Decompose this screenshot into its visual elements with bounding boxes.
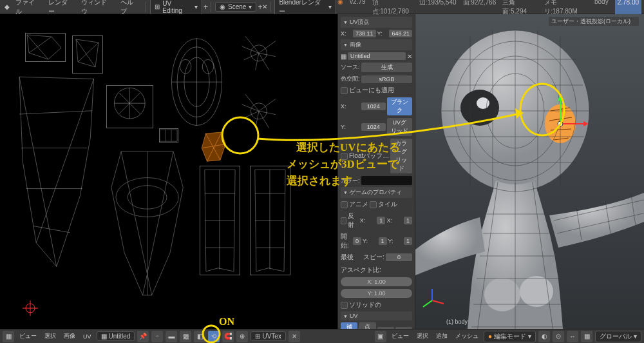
status-bar: ◉ v2.79 頂点:101/2,780 辺:193/5,540 面:92/2,… xyxy=(337,0,641,16)
snap-icon[interactable]: 🧲 xyxy=(222,331,234,342)
scene-icon: ◉ xyxy=(220,3,225,10)
sel-vert-icon[interactable]: ▫ xyxy=(151,331,163,342)
svg-point-50 xyxy=(558,121,563,126)
axis-gizmo-icon xyxy=(419,288,445,313)
scene-dropdown[interactable]: ◉ Scene ▾ xyxy=(215,2,256,12)
uv-menu-uv[interactable]: UV xyxy=(80,332,94,341)
pin-icon[interactable]: 📌 xyxy=(137,331,149,342)
editor-type-3d-icon[interactable]: ▣ xyxy=(375,331,386,342)
svg-point-36 xyxy=(520,276,553,307)
shading-icon[interactable]: ◐ xyxy=(538,331,550,342)
image-source-dropdown[interactable]: 生成 xyxy=(361,63,412,72)
tile-checkbox[interactable] xyxy=(370,201,377,208)
uv-menu-select[interactable]: 選択 xyxy=(42,331,59,342)
pivot-icon[interactable]: ⊙ xyxy=(553,331,564,342)
svg-line-9 xyxy=(36,79,93,242)
section-game-props[interactable]: ゲームのプロパティ xyxy=(341,187,412,198)
3d-viewport[interactable]: ユーザー・透視投影(ローカル) xyxy=(415,14,644,329)
blender-icon: ◆ xyxy=(3,3,12,12)
image-width-field[interactable]: 1024 xyxy=(361,103,386,110)
uv-vertex-y-field[interactable]: 648.21 xyxy=(389,30,412,37)
scene-add-button[interactable]: + xyxy=(258,3,262,12)
uv-texture-dropdown[interactable]: ⊞UVTex xyxy=(251,331,285,341)
annotation-on-label: ON xyxy=(219,316,234,328)
chevron-down-icon: ▾ xyxy=(194,3,198,10)
svg-point-3 xyxy=(180,59,191,74)
vp-menu-add[interactable]: 追加 xyxy=(433,331,450,342)
remove-icon[interactable]: ✕ xyxy=(407,53,412,60)
sel-edge-icon[interactable]: ▬ xyxy=(166,331,177,342)
vp-menu-view[interactable]: ビュー xyxy=(389,331,412,342)
svg-line-52 xyxy=(423,300,432,307)
sync-selection-button[interactable]: ⟲ xyxy=(208,331,220,342)
float-buffer-checkbox[interactable] xyxy=(341,153,348,160)
uv-properties-panel[interactable]: UV頂点 X:738.11Y:648.21 画像 ▦Untitled✕ ソース:… xyxy=(338,14,415,329)
top-menu-bar: ◆ ファイル レンダー ウィンドウ ヘルプ ⊞ UV Editing ▾ + ◉… xyxy=(0,0,644,14)
layers-icon[interactable]: ▦ xyxy=(581,331,592,342)
svg-line-13 xyxy=(33,226,70,233)
svg-line-51 xyxy=(432,300,444,304)
vp-menu-select[interactable]: 選択 xyxy=(414,331,431,342)
sel-face-icon[interactable]: ▩ xyxy=(180,331,191,342)
cursor-icon[interactable]: ⊕ xyxy=(236,331,248,342)
section-image[interactable]: 画像 xyxy=(341,39,412,50)
bottom-bar: ▦ ビュー 選択 画像 UV ▦Untitled 📌 ▫ ▬ ▩ ◧ ⟲ 🧲 ⊕… xyxy=(0,329,644,343)
viewport-mesh-name: (1) body xyxy=(446,318,468,325)
aspect-y-slider[interactable]: Y: 1.00 xyxy=(341,289,412,298)
viewport-mesh xyxy=(415,21,644,329)
mode-dropdown[interactable]: ●編集モード▾ xyxy=(484,331,536,342)
uv-cursor-icon xyxy=(23,300,38,316)
svg-point-35 xyxy=(484,278,520,311)
layout-add-button[interactable]: + xyxy=(204,3,208,12)
reflect-checkbox[interactable] xyxy=(341,217,346,224)
manipulator-icon[interactable]: ↔ xyxy=(567,331,578,342)
gen-blank-button[interactable]: ブランク xyxy=(387,97,413,115)
uv-menu-view[interactable]: ビュー xyxy=(17,331,39,342)
image-color-swatch[interactable] xyxy=(361,176,412,185)
uv-draw-tab-3[interactable]: 黒 xyxy=(377,327,394,329)
svg-point-4 xyxy=(202,59,213,74)
solid-checkbox[interactable] xyxy=(341,302,348,309)
uv-draw-tab-2[interactable]: 点線 xyxy=(359,322,375,329)
section-uv[interactable]: UV xyxy=(341,311,412,320)
selected-uv-island[interactable] xyxy=(200,131,228,162)
aspect-x-slider[interactable]: X: 1.00 xyxy=(341,277,412,286)
section-uv-vertex[interactable]: UV頂点 xyxy=(341,17,412,28)
scene-remove-button[interactable]: ✕ xyxy=(262,3,267,10)
anim-checkbox[interactable] xyxy=(341,201,348,208)
sel-island-icon[interactable]: ◧ xyxy=(194,331,205,342)
image-name-field[interactable]: Untitled xyxy=(348,52,406,60)
grid-icon: ⊞ xyxy=(155,3,160,10)
uv-vertex-x-field[interactable]: 738.11 xyxy=(353,30,376,37)
chevron-down-icon: ▾ xyxy=(249,3,252,10)
image-height-field[interactable]: 1024 xyxy=(361,123,386,131)
remove-tex-button[interactable]: ✕ xyxy=(289,331,300,342)
uv-image-editor[interactable] xyxy=(0,14,338,329)
uv-menu-image[interactable]: 画像 xyxy=(61,331,78,342)
uv-draw-tab-1[interactable]: 補還 xyxy=(341,322,357,329)
editor-type-icon[interactable]: ▦ xyxy=(3,331,14,342)
layout-dropdown[interactable]: ⊞ UV Editing ▾ xyxy=(150,0,202,15)
uv-draw-tab-4[interactable]: 白 xyxy=(395,327,412,329)
gen-colorgrid-button[interactable]: カラーグリッド xyxy=(390,139,412,173)
gen-uvgrid-button[interactable]: UVグリッド xyxy=(387,118,413,136)
orientation-dropdown[interactable]: グローバル▾ xyxy=(595,331,641,342)
chevron-down-icon: ▾ xyxy=(328,3,332,10)
vp-menu-mesh[interactable]: メッシュ xyxy=(453,331,481,342)
apply-view-checkbox[interactable] xyxy=(341,87,348,94)
colorspace-dropdown[interactable]: sRGB xyxy=(361,75,412,83)
blender-logo-icon: ◉ xyxy=(337,0,343,16)
image-icon: ▦ xyxy=(341,53,346,60)
uv-image-dropdown[interactable]: ▦Untitled xyxy=(97,331,135,341)
